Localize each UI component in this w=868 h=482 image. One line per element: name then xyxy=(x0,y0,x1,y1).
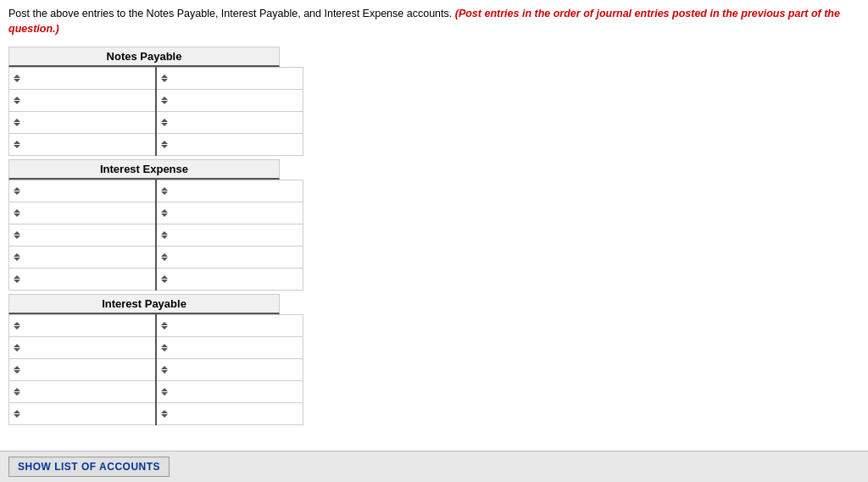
bottom-bar: SHOW LIST OF ACCOUNTS xyxy=(0,451,868,482)
table-row xyxy=(9,90,303,112)
right-cell xyxy=(156,403,303,425)
table-row xyxy=(9,202,303,224)
input-spinner-wrapper xyxy=(157,337,303,358)
spinner-control[interactable] xyxy=(159,114,170,132)
spinner-control[interactable] xyxy=(159,317,170,335)
table-row xyxy=(9,269,303,291)
left-cell xyxy=(9,315,157,337)
spinner-control[interactable] xyxy=(11,270,23,289)
spinner-control[interactable] xyxy=(11,339,23,357)
right-cell xyxy=(156,180,303,202)
input-spinner-wrapper xyxy=(9,134,155,155)
spinner-control[interactable] xyxy=(159,69,170,88)
entry-input[interactable] xyxy=(23,224,153,246)
entry-input[interactable] xyxy=(170,403,301,424)
input-spinner-wrapper xyxy=(157,112,303,133)
entry-input[interactable] xyxy=(23,315,153,336)
input-spinner-wrapper xyxy=(9,180,155,202)
interest-payable-header: Interest Payable xyxy=(8,294,280,314)
right-cell xyxy=(156,247,303,269)
notes-payable-table xyxy=(8,67,303,156)
entry-input[interactable] xyxy=(170,269,301,290)
interest-payable-table xyxy=(8,314,303,425)
right-cell xyxy=(156,112,303,134)
right-cell xyxy=(156,90,303,112)
entry-input[interactable] xyxy=(23,180,153,202)
entry-input[interactable] xyxy=(170,381,301,402)
input-spinner-wrapper xyxy=(157,180,303,202)
spinner-control[interactable] xyxy=(11,383,23,402)
entry-input[interactable] xyxy=(23,403,153,424)
table-row xyxy=(9,134,303,156)
spinner-control[interactable] xyxy=(159,204,170,223)
entry-input[interactable] xyxy=(170,180,301,202)
input-spinner-wrapper xyxy=(9,90,155,111)
input-spinner-wrapper xyxy=(9,269,155,290)
entry-input[interactable] xyxy=(170,90,301,111)
spinner-control[interactable] xyxy=(159,383,170,402)
show-list-of-accounts-button[interactable]: SHOW LIST OF ACCOUNTS xyxy=(8,457,170,477)
interest-expense-section: Interest Expense xyxy=(8,159,860,291)
entry-input[interactable] xyxy=(23,247,153,268)
entry-input[interactable] xyxy=(170,68,301,89)
input-spinner-wrapper xyxy=(9,337,155,358)
entry-input[interactable] xyxy=(23,202,153,224)
entry-input[interactable] xyxy=(23,337,153,358)
input-spinner-wrapper xyxy=(9,359,155,380)
entry-input[interactable] xyxy=(170,134,301,155)
spinner-control[interactable] xyxy=(11,361,23,380)
spinner-control[interactable] xyxy=(159,405,170,424)
spinner-control[interactable] xyxy=(159,339,170,357)
interest-expense-header: Interest Expense xyxy=(8,159,280,180)
left-cell xyxy=(9,224,157,247)
entry-input[interactable] xyxy=(23,359,153,380)
table-row xyxy=(9,224,303,247)
entry-input[interactable] xyxy=(23,112,153,133)
entry-input[interactable] xyxy=(23,90,153,111)
notes-payable-header: Notes Payable xyxy=(8,47,280,67)
spinner-control[interactable] xyxy=(159,91,170,110)
spinner-control[interactable] xyxy=(11,91,23,110)
entry-input[interactable] xyxy=(23,134,153,155)
spinner-control[interactable] xyxy=(11,69,23,88)
input-spinner-wrapper xyxy=(9,247,155,268)
spinner-control[interactable] xyxy=(11,204,23,223)
left-cell xyxy=(9,337,157,359)
input-spinner-wrapper xyxy=(157,403,303,424)
entry-input[interactable] xyxy=(23,269,153,290)
input-spinner-wrapper xyxy=(9,112,155,133)
input-spinner-wrapper xyxy=(157,359,303,380)
spinner-control[interactable] xyxy=(159,248,170,267)
entry-input[interactable] xyxy=(170,247,301,268)
spinner-control[interactable] xyxy=(159,270,170,289)
entry-input[interactable] xyxy=(170,315,301,336)
entry-input[interactable] xyxy=(170,337,301,358)
entry-input[interactable] xyxy=(23,68,153,89)
input-spinner-wrapper xyxy=(9,403,155,424)
entry-input[interactable] xyxy=(170,359,301,380)
spinner-control[interactable] xyxy=(11,317,23,335)
spinner-control[interactable] xyxy=(11,226,23,245)
entry-input[interactable] xyxy=(170,112,301,133)
spinner-control[interactable] xyxy=(11,114,23,132)
spinner-control[interactable] xyxy=(159,226,170,245)
entry-input[interactable] xyxy=(170,202,301,224)
spinner-control[interactable] xyxy=(11,182,23,201)
entry-input[interactable] xyxy=(170,224,301,246)
right-cell xyxy=(156,269,303,291)
input-spinner-wrapper xyxy=(157,269,303,290)
input-spinner-wrapper xyxy=(157,381,303,402)
left-cell xyxy=(9,90,157,112)
spinner-control[interactable] xyxy=(159,361,170,380)
input-spinner-wrapper xyxy=(157,90,303,111)
spinner-control[interactable] xyxy=(159,136,170,154)
input-spinner-wrapper xyxy=(157,68,303,89)
left-cell xyxy=(9,112,157,134)
spinner-control[interactable] xyxy=(11,248,23,267)
input-spinner-wrapper xyxy=(157,224,303,246)
right-cell xyxy=(156,381,303,403)
spinner-control[interactable] xyxy=(11,405,23,424)
spinner-control[interactable] xyxy=(11,136,23,154)
spinner-control[interactable] xyxy=(159,182,170,201)
entry-input[interactable] xyxy=(23,381,153,402)
